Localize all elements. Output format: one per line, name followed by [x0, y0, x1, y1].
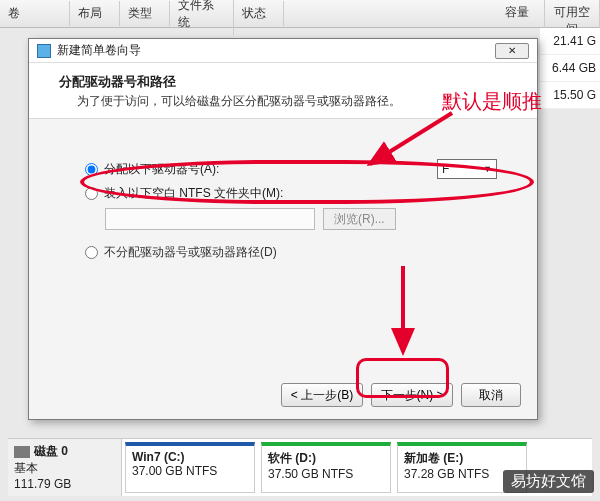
dialog-title: 新建简单卷向导 [57, 42, 141, 59]
radio-mount-folder[interactable] [85, 187, 98, 200]
drive-letter-value: F [442, 162, 449, 176]
col-fs[interactable]: 文件系统 [170, 0, 234, 35]
label-mount-folder: 装入以下空白 NTFS 文件夹中(M): [104, 185, 283, 202]
partition-name: 软件 (D:) [268, 450, 384, 467]
radio-assign-letter[interactable] [85, 163, 98, 176]
label-no-assign: 不分配驱动器号或驱动器路径(D) [104, 244, 277, 261]
partition-name: 新加卷 (E:) [404, 450, 520, 467]
annotation-text: 默认是顺推 [442, 88, 542, 115]
table-header: 卷 布局 类型 文件系统 状态 容量 可用空间 [0, 0, 600, 28]
dialog-body: 分配以下驱动器号(A): F ▼ 装入以下空白 NTFS 文件夹中(M): 浏览… [29, 119, 537, 369]
titlebar[interactable]: 新建简单卷向导 ✕ [29, 39, 537, 63]
size-row: 21.41 G [540, 28, 600, 55]
partition-info: 37.50 GB NTFS [268, 467, 384, 481]
option-no-assign[interactable]: 不分配驱动器号或驱动器路径(D) [85, 244, 497, 261]
disk-icon [14, 446, 30, 458]
button-row: < 上一步(B) 下一步(N) > 取消 [281, 383, 521, 407]
next-button[interactable]: 下一步(N) > [371, 383, 453, 407]
disk-size: 111.79 GB [14, 477, 115, 491]
chevron-down-icon: ▼ [483, 164, 492, 174]
partition[interactable]: Win7 (C:) 37.00 GB NTFS [125, 442, 255, 493]
mount-path-row: 浏览(R)... [105, 208, 497, 230]
col-capacity[interactable]: 容量 [490, 0, 545, 42]
drive-letter-select[interactable]: F ▼ [437, 159, 497, 179]
size-row: 6.44 GB [540, 55, 600, 82]
disk-label: 磁盘 0 [34, 444, 68, 458]
col-layout[interactable]: 布局 [70, 1, 120, 26]
option-assign-letter[interactable]: 分配以下驱动器号(A): F ▼ [85, 159, 497, 179]
wizard-icon [37, 44, 51, 58]
col-type[interactable]: 类型 [120, 1, 170, 26]
disk-type: 基本 [14, 460, 115, 477]
close-button[interactable]: ✕ [495, 43, 529, 59]
browse-button[interactable]: 浏览(R)... [323, 208, 396, 230]
watermark: 易坊好文馆 [503, 470, 594, 493]
size-row: 15.50 G [540, 82, 600, 109]
option-mount-folder[interactable]: 装入以下空白 NTFS 文件夹中(M): [85, 185, 497, 202]
partition-info: 37.00 GB NTFS [132, 464, 248, 478]
mount-path-input[interactable] [105, 208, 315, 230]
back-button[interactable]: < 上一步(B) [281, 383, 363, 407]
disk-info[interactable]: 磁盘 0 基本 111.79 GB [8, 439, 122, 496]
col-volume[interactable]: 卷 [0, 1, 70, 26]
radio-no-assign[interactable] [85, 246, 98, 259]
cancel-button[interactable]: 取消 [461, 383, 521, 407]
capacity-list: 21.41 G 6.44 GB 15.50 G [540, 28, 600, 109]
partition[interactable]: 软件 (D:) 37.50 GB NTFS [261, 442, 391, 493]
col-status[interactable]: 状态 [234, 1, 284, 26]
partition-name: Win7 (C:) [132, 450, 248, 464]
label-assign-letter: 分配以下驱动器号(A): [104, 161, 219, 178]
